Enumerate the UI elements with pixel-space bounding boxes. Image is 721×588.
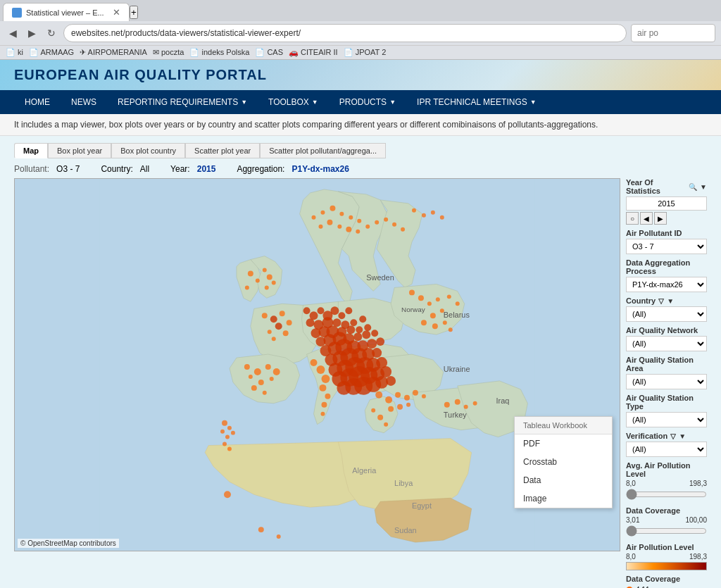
country-select[interactable]: (All)	[626, 306, 707, 322]
data-coverage-range-values: 3,01 100,00	[626, 516, 707, 524]
nav-home[interactable]: HOME	[14, 90, 61, 114]
svg-point-32	[270, 377, 274, 381]
data-coverage2-section: Data Coverage 4,11 4,38 ▼	[626, 575, 707, 588]
svg-point-37	[318, 307, 325, 314]
bookmark-indeks[interactable]: 📄 indeks Polska	[189, 48, 249, 57]
reload-btn[interactable]: ↻	[44, 26, 59, 40]
map-attribution: © OpenStreetMap contributors	[18, 539, 119, 548]
aggregation-select[interactable]: P1Y-dx-max26	[626, 277, 707, 292]
bookmark-jpoat[interactable]: 📄 JPOAT 2	[344, 48, 387, 57]
info-panel: Pollutant: O3 - 7 Country: All Year: 201…	[14, 164, 707, 174]
chevron-country-icon[interactable]: ▼	[667, 297, 674, 305]
svg-point-34	[263, 391, 267, 395]
svg-point-19	[270, 315, 277, 323]
avg-pollution-section: Avg. Air Pollution Level 8,0 198,3	[626, 461, 707, 502]
year-prev-btn[interactable]: ◀	[640, 212, 653, 225]
bookmark-armaag[interactable]: 📄 ARMAAG	[29, 48, 74, 57]
browser-tab-active[interactable]: Statistical viewer – E... ✕	[3, 3, 130, 21]
svg-point-123	[388, 406, 394, 412]
svg-point-48	[359, 315, 366, 323]
tab-scatter-pollutant[interactable]: Scatter plot pollutant/aggrega...	[260, 143, 386, 158]
svg-point-18	[262, 313, 268, 318]
svg-point-21	[275, 323, 282, 330]
pollution-color-bar	[626, 562, 707, 570]
svg-point-93	[386, 376, 396, 386]
svg-point-110	[346, 227, 351, 232]
dropdown-header: Tableau Workbook	[515, 417, 612, 434]
search-input[interactable]	[631, 24, 715, 42]
address-input[interactable]	[63, 24, 627, 42]
verification-filter-icon[interactable]: ▽	[670, 432, 676, 440]
nav-reporting[interactable]: REPORTING REQUIREMENTS ▼	[107, 90, 258, 114]
sidebar: Year Of Statistics 🔍 ▼ ○ ◀ ▶ Air Polluta…	[626, 178, 707, 588]
year-reset-btn[interactable]: ○	[626, 212, 639, 225]
year-next-btn[interactable]: ▶	[654, 212, 667, 225]
pollution-level-range-values: 8,0 198,3	[626, 553, 707, 561]
dropdown-item-data[interactable]: Data	[515, 471, 612, 489]
svg-text:Sweden: Sweden	[366, 273, 394, 282]
bookmark-poczta[interactable]: ✉ poczta	[153, 48, 184, 57]
svg-point-148	[227, 447, 232, 451]
data-coverage-slider[interactable]	[626, 525, 707, 537]
pollution-level-min: 8,0	[626, 553, 636, 561]
tab-scatter-year[interactable]: Scatter plot year	[185, 143, 260, 158]
dropdown-item-pdf[interactable]: PDF	[515, 434, 612, 453]
svg-point-143	[227, 426, 232, 430]
svg-point-62	[371, 330, 378, 337]
nav-ipr[interactable]: IPR TECHNICAL MEETINGS ▼	[406, 90, 547, 114]
description: It includes a map viewer, box plots over…	[0, 114, 721, 136]
data-coverage-max: 100,00	[685, 516, 707, 524]
pollutant-select[interactable]: O3 - 7	[626, 239, 707, 254]
svg-point-102	[320, 211, 325, 215]
avg-pollution-slider[interactable]	[626, 489, 707, 500]
dropdown-item-crosstab[interactable]: Crosstab	[515, 453, 612, 471]
station-type-section: Air Quality Station Type (All)	[626, 394, 707, 427]
back-btn[interactable]: ◀	[6, 26, 20, 40]
year-input[interactable]	[626, 196, 707, 211]
bookmark-cas[interactable]: 📄 CAS	[255, 48, 283, 57]
svg-point-55	[364, 324, 371, 331]
svg-point-12	[256, 278, 260, 282]
svg-point-145	[225, 435, 230, 439]
map-container[interactable]: Sweden Belarus Ukraine Turkey Algeria Li…	[14, 178, 620, 551]
svg-point-153	[456, 301, 460, 306]
network-select[interactable]: (All)	[626, 336, 707, 351]
site-logo: EUROPEAN AIR QUALITY PORTAL	[14, 67, 267, 83]
filter-icon[interactable]: ▽	[658, 297, 664, 305]
aggregation-label: Aggregation:	[237, 164, 284, 174]
station-area-select[interactable]: (All)	[626, 374, 707, 389]
tab-close-btn[interactable]: ✕	[113, 7, 120, 18]
svg-point-75	[372, 348, 382, 358]
svg-point-149	[412, 208, 416, 213]
svg-point-142	[222, 420, 227, 426]
svg-point-151	[431, 211, 435, 215]
nav-products[interactable]: PRODUCTS ▼	[329, 90, 406, 114]
tab-box-country[interactable]: Box plot country	[111, 143, 185, 158]
station-area-label: Air Quality Station Area	[626, 356, 707, 373]
station-type-select[interactable]: (All)	[626, 412, 707, 427]
chevron-down-icon[interactable]: ▼	[700, 183, 707, 191]
data-coverage-min: 3,01	[626, 516, 639, 524]
svg-point-100	[320, 412, 325, 416]
svg-point-137	[440, 308, 444, 313]
bookmark-airpomerania[interactable]: ✈ AIRPOMERANIA	[80, 48, 147, 57]
tab-favicon	[12, 8, 22, 18]
search-icon[interactable]: 🔍	[689, 183, 697, 191]
network-label: Air Quality Network	[626, 326, 707, 334]
bookmark-citeair[interactable]: 🚗 CITEAIR II	[289, 48, 338, 57]
new-tab-btn[interactable]: +	[130, 6, 138, 19]
svg-point-27	[254, 368, 261, 375]
chevron-verification-icon[interactable]: ▼	[679, 432, 686, 440]
svg-point-98	[325, 394, 330, 399]
country-value: All	[140, 164, 149, 174]
nav-news[interactable]: NEWS	[61, 90, 107, 114]
svg-point-131	[277, 534, 281, 539]
nav-toolbox[interactable]: TOOLBOX ▼	[258, 90, 329, 114]
tab-box-year[interactable]: Box plot year	[48, 143, 111, 158]
year-value: 2015	[197, 164, 216, 174]
dropdown-item-image[interactable]: Image	[515, 489, 612, 508]
forward-btn[interactable]: ▶	[25, 26, 39, 40]
verification-select[interactable]: (All)	[626, 442, 707, 457]
bookmark-ki[interactable]: 📄 ki	[6, 48, 23, 57]
tab-map[interactable]: Map	[14, 143, 48, 158]
